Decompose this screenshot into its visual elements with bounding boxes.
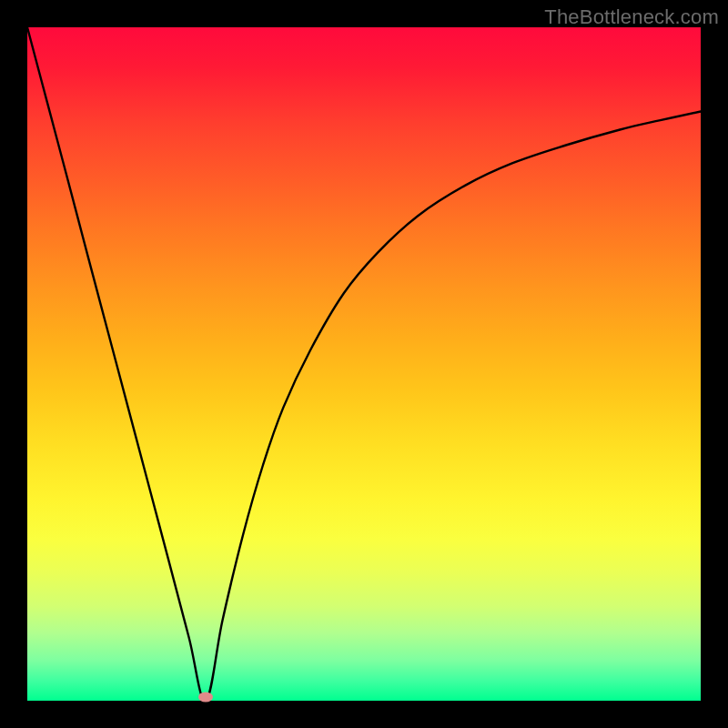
bottleneck-curve-path <box>27 27 701 701</box>
plot-area <box>27 27 701 701</box>
curve-svg <box>27 27 701 701</box>
minimum-marker <box>198 693 213 703</box>
chart-frame: TheBottleneck.com <box>0 0 728 728</box>
watermark-text: TheBottleneck.com <box>544 5 719 29</box>
